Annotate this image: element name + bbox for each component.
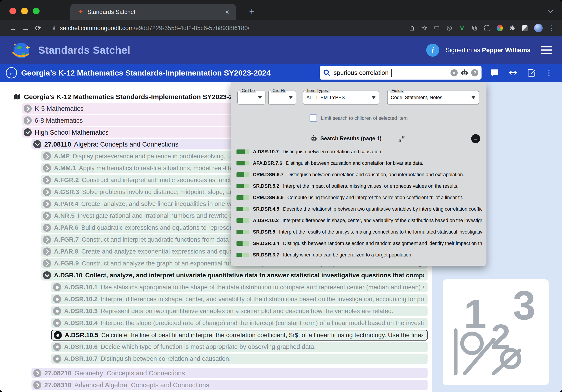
tree-row[interactable]: A.DSR.10 Collect, analyze, and interpret… — [41, 270, 428, 280]
toggle-icon[interactable] — [33, 140, 41, 148]
minimize-window-button[interactable] — [21, 8, 28, 14]
extension-blocker-icon[interactable] — [446, 25, 453, 32]
toggle-icon[interactable] — [43, 236, 51, 244]
toggle-icon[interactable] — [53, 283, 61, 291]
tree-row[interactable]: 27.08310 Advanced Algebra: Concepts and … — [32, 380, 428, 390]
help-icon[interactable]: ? — [471, 69, 478, 76]
browser-menu-kebab-icon[interactable]: ⋮ — [549, 25, 555, 32]
search-result-row[interactable]: CRM.DSR.6.6 Compute using technology and… — [236, 193, 482, 202]
toggle-icon[interactable] — [43, 164, 51, 172]
toggle-icon[interactable] — [23, 104, 32, 113]
reload-button[interactable]: ⟳ — [32, 24, 45, 32]
toggle-icon[interactable] — [53, 307, 61, 315]
match-bar — [236, 218, 249, 223]
toggle-icon[interactable] — [43, 212, 51, 220]
tab-search-chevron-icon[interactable] — [548, 8, 553, 13]
extension-laptop-icon[interactable] — [433, 25, 440, 32]
user-name: Pepper Williams — [482, 46, 530, 54]
toggle-icon[interactable] — [43, 271, 51, 279]
limit-search-checkbox[interactable] — [310, 115, 317, 122]
search-result-row[interactable]: A.DSR.10.7 Distinguish between correlati… — [236, 147, 482, 156]
toggle-icon[interactable] — [23, 116, 32, 125]
item-code: A.FGR.9 — [54, 260, 79, 267]
info-icon[interactable]: i — [426, 44, 439, 57]
search-result-row[interactable]: SR.DSR.3.7 Identify when data can be gen… — [236, 250, 482, 259]
toggle-icon[interactable] — [33, 369, 41, 377]
svg-text:3: 3 — [513, 287, 536, 328]
expand-horizontal-icon[interactable] — [508, 68, 518, 77]
tree-row[interactable]: A.DSR.10.3 Represent data on two quantit… — [51, 306, 428, 316]
extension-theme-icon[interactable] — [522, 25, 528, 32]
tree-row[interactable]: A.DSR.10.4 Interpret the slope (predicte… — [51, 318, 428, 328]
toggle-icon[interactable] — [23, 128, 32, 137]
document-toolbar-icons: ⋮ — [490, 68, 553, 77]
tree-row[interactable]: A.DSR.10.6 Decide which type of function… — [51, 342, 428, 352]
collapse-results-icon[interactable] — [398, 135, 405, 142]
grade-high-dropdown[interactable]: Grd Hi – — [268, 91, 296, 104]
item-statement: Represent data on two quantitative varia… — [101, 308, 393, 315]
tree-row[interactable]: A.DSR.10.5 Calculate the line of best fi… — [51, 330, 428, 341]
toggle-icon[interactable] — [33, 381, 41, 389]
search-result-row[interactable]: CRM.DSR.6.7 Distinguish between correlat… — [236, 170, 482, 179]
forward-button[interactable]: → — [19, 24, 32, 32]
tree-row[interactable]: 27.08210 Geometry: Concepts and Connecti… — [32, 368, 428, 378]
item-types-dropdown[interactable]: Item Types ALL ITEM TYPES — [303, 91, 379, 104]
item-code: A.GSR.3 — [54, 188, 79, 196]
match-bar — [236, 253, 249, 257]
toggle-icon[interactable] — [43, 259, 51, 267]
search-result-row[interactable]: SR.DSR.4.5 Describe the relationship bet… — [236, 205, 482, 214]
tree-row[interactable]: A.DSR.10.1 Use statistics appropriate to… — [51, 282, 428, 292]
next-page-button[interactable]: → — [471, 134, 480, 143]
tab-strip: ✦ Standards Satchel × + — [0, 0, 562, 20]
hamburger-menu-icon[interactable] — [541, 46, 552, 54]
search-result-row[interactable]: SR.DSR.5.2 Interpret the impact of outli… — [236, 182, 482, 191]
address-bar[interactable]: satchel.commongoodlt.com/e9dd7229-3558-4… — [51, 25, 404, 32]
close-window-button[interactable] — [10, 8, 16, 14]
toggle-icon[interactable] — [43, 152, 51, 160]
tab-favicon-sparkle-icon: ✦ — [78, 9, 83, 15]
bookmark-star-icon[interactable]: ☆ — [421, 24, 428, 32]
zoom-window-button[interactable] — [33, 8, 40, 14]
extensions-puzzle-icon[interactable] — [509, 25, 516, 32]
toggle-icon[interactable] — [43, 188, 51, 196]
search-result-row[interactable]: AFA.DSR.7.6 Distinguish between causatio… — [236, 159, 482, 168]
grade-low-dropdown[interactable]: Grd Lo – — [237, 91, 266, 104]
item-statement: Calculate the line of best fit and inter… — [101, 332, 423, 339]
search-result-row[interactable]: SR.DSR.3.4 Distinguish between random se… — [236, 239, 482, 248]
toggle-icon[interactable] — [43, 200, 51, 208]
tree-row[interactable]: A.DSR.10.2 Interpret differences in shap… — [51, 294, 428, 304]
tree-row[interactable]: A.DSR.10.7 Distinguish between correlati… — [51, 354, 428, 364]
toggle-icon[interactable] — [43, 224, 51, 232]
profile-avatar[interactable] — [534, 24, 543, 32]
item-statement: High School Mathematics — [35, 129, 109, 136]
extension-screenshot-icon[interactable] — [484, 25, 491, 32]
signed-in-text: Signed in as Pepper Williams — [445, 46, 530, 54]
search-result-row[interactable]: SR.DSR.5 Interpret the results of the an… — [236, 228, 482, 236]
toggle-icon[interactable] — [53, 295, 61, 303]
search-input[interactable]: spurious correlation — [334, 69, 388, 76]
extension-v-icon[interactable]: V — [459, 25, 465, 32]
browser-tab[interactable]: ✦ Standards Satchel × — [70, 4, 236, 20]
result-statement: Distinguish between correlation and caus… — [287, 172, 464, 178]
toggle-icon[interactable] — [43, 176, 51, 184]
tab-close-icon[interactable]: × — [225, 8, 229, 15]
map-icon — [13, 93, 21, 101]
robot-search-icon[interactable] — [460, 69, 468, 77]
search-result-row[interactable]: A.DSR.10.2 Interpret differences in shap… — [236, 216, 482, 225]
document-menu-kebab-icon[interactable]: ⋮ — [545, 69, 553, 77]
toggle-icon[interactable] — [53, 343, 61, 351]
new-tab-button[interactable]: + — [249, 7, 255, 17]
toggle-icon[interactable] — [53, 319, 61, 327]
back-button[interactable]: ← — [7, 24, 19, 32]
clear-search-icon[interactable]: × — [450, 69, 458, 76]
fields-dropdown[interactable]: Fields Code, Statement, Notes — [387, 91, 479, 104]
toggle-icon[interactable] — [54, 331, 62, 339]
back-circle-button[interactable]: ← — [6, 67, 17, 79]
toggle-icon[interactable] — [53, 355, 61, 363]
comments-icon[interactable] — [490, 68, 499, 77]
toggle-icon[interactable] — [43, 247, 51, 255]
edit-icon[interactable] — [527, 68, 536, 77]
extension-copy-icon[interactable] — [471, 25, 478, 32]
extension-pinwheel-icon[interactable] — [496, 25, 503, 32]
share-icon[interactable] — [409, 25, 415, 32]
